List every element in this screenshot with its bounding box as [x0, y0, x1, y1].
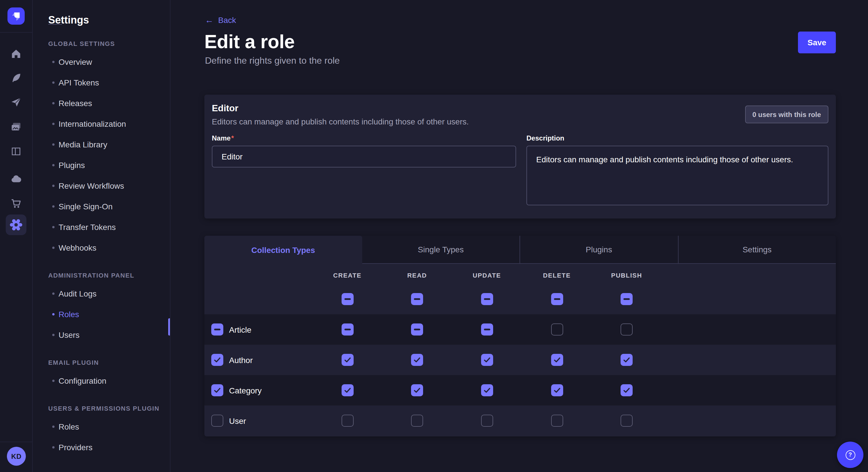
sidebar-item-review-workflows[interactable]: Review Workflows [33, 175, 170, 196]
app-root: KD Settings GLOBAL SETTINGSOverviewAPI T… [0, 0, 868, 472]
sidebar-item-media-library[interactable]: Media Library [33, 134, 170, 155]
nav-layout-icon[interactable] [6, 141, 26, 162]
tab-settings[interactable]: Settings [678, 236, 836, 264]
name-field-label: Name* [212, 134, 234, 142]
sidebar-section-list: RolesProviders [33, 416, 170, 458]
user-avatar[interactable]: KD [7, 447, 26, 466]
nav-cloud-icon[interactable] [6, 169, 26, 189]
role-name-heading: Editor [212, 103, 238, 113]
sidebar-item-providers[interactable]: Providers [33, 437, 170, 458]
rail-divider [0, 32, 33, 33]
nav-home-icon[interactable] [6, 43, 26, 64]
role-details-card: Editor Editors can manage and publish co… [205, 95, 836, 218]
checkbox-row-article[interactable] [211, 324, 223, 336]
sidebar-section-users-permissions-plugin: USERS & PERMISSIONS PLUGIN [33, 400, 170, 416]
sidebar-item-roles[interactable]: Roles [33, 304, 170, 325]
back-arrow-icon: ← [205, 16, 214, 24]
nav-rail: KD [0, 0, 33, 472]
checkbox-category-delete[interactable] [551, 384, 563, 396]
sidebar-title: Settings [33, 0, 170, 14]
sidebar-item-api-tokens[interactable]: API Tokens [33, 72, 170, 93]
users-with-role-button[interactable]: 0 users with this role [745, 105, 828, 123]
sidebar-active-indicator [168, 318, 170, 336]
sidebar-item-configuration[interactable]: Configuration [33, 370, 170, 391]
checkbox-article-delete[interactable] [551, 324, 563, 336]
checkbox-article-update[interactable] [481, 324, 493, 336]
row-label: Author [229, 355, 253, 365]
table-row-author: Author [205, 345, 836, 375]
sidebar-item-internationalization[interactable]: Internationalization [33, 113, 170, 134]
checkbox-header-update[interactable] [481, 293, 493, 305]
nav-feather-icon[interactable] [6, 68, 26, 88]
checkbox-author-create[interactable] [341, 354, 353, 366]
column-header-read: READ [407, 272, 427, 279]
sidebar-item-audit-logs[interactable]: Audit Logs [33, 283, 170, 304]
sidebar-item-webhooks[interactable]: Webhooks [33, 237, 170, 258]
column-header-publish: PUBLISH [611, 272, 642, 279]
nav-cart-icon[interactable] [6, 193, 26, 214]
permissions-header-row: CREATEREADUPDATEDELETEPUBLISH [205, 264, 836, 314]
role-description-text: Editors can manage and publish contents … [212, 117, 469, 126]
sidebar-item-transfer-tokens[interactable]: Transfer Tokens [33, 217, 170, 237]
help-button[interactable]: ? [837, 442, 863, 468]
checkbox-category-read[interactable] [411, 384, 423, 396]
checkbox-row-category[interactable] [211, 384, 223, 396]
sidebar-section-email-plugin: EMAIL PLUGIN [33, 355, 170, 370]
checkbox-header-publish[interactable] [621, 293, 632, 305]
checkbox-category-publish[interactable] [621, 384, 632, 396]
sidebar-item-plugins[interactable]: Plugins [33, 155, 170, 175]
sidebar-item-users[interactable]: Users [33, 325, 170, 345]
checkbox-article-create[interactable] [341, 324, 353, 336]
back-link[interactable]: ← Back [205, 15, 236, 25]
checkbox-row-author[interactable] [211, 354, 223, 366]
row-label: Category [229, 386, 262, 395]
sidebar-item-releases[interactable]: Releases [33, 93, 170, 113]
row-label: Article [229, 325, 251, 334]
nav-send-icon[interactable] [6, 92, 26, 112]
column-header-create: CREATE [333, 272, 361, 279]
table-row-user: User [205, 405, 836, 436]
checkbox-user-publish[interactable] [621, 415, 632, 427]
permissions-card: Collection TypesSingle TypesPluginsSetti… [205, 236, 836, 436]
checkbox-author-delete[interactable] [551, 354, 563, 366]
name-input[interactable] [212, 146, 516, 167]
checkbox-header-create[interactable] [341, 293, 353, 305]
checkbox-user-delete[interactable] [551, 415, 563, 427]
checkbox-article-read[interactable] [411, 324, 423, 336]
sidebar-section-administration-panel: ADMINISTRATION PANEL [33, 267, 170, 283]
strapi-logo-icon[interactable] [7, 7, 25, 25]
main-content: ← Back Edit a role Define the rights giv… [170, 0, 868, 472]
row-label: User [229, 416, 246, 425]
checkbox-category-create[interactable] [341, 384, 353, 396]
settings-sidebar: Settings GLOBAL SETTINGSOverviewAPI Toke… [33, 0, 170, 472]
permissions-tabs: Collection TypesSingle TypesPluginsSetti… [205, 236, 836, 264]
required-asterisk: * [231, 134, 234, 142]
sidebar-section-list: OverviewAPI TokensReleasesInternationali… [33, 52, 170, 258]
sidebar-section-list: Audit LogsRolesUsers [33, 283, 170, 345]
tab-collection-types[interactable]: Collection Types [205, 236, 362, 264]
checkbox-header-read[interactable] [411, 293, 423, 305]
checkbox-article-publish[interactable] [621, 324, 632, 336]
save-button[interactable]: Save [798, 32, 836, 53]
tab-single-types[interactable]: Single Types [362, 236, 520, 264]
checkbox-user-update[interactable] [481, 415, 493, 427]
checkbox-user-read[interactable] [411, 415, 423, 427]
page-subtitle: Define the rights given to the role [205, 56, 340, 66]
nav-gear-icon[interactable] [6, 214, 26, 235]
checkbox-header-delete[interactable] [551, 293, 563, 305]
checkbox-author-update[interactable] [481, 354, 493, 366]
checkbox-category-update[interactable] [481, 384, 493, 396]
tab-plugins[interactable]: Plugins [520, 236, 678, 264]
checkbox-author-read[interactable] [411, 354, 423, 366]
sidebar-item-single-sign-on[interactable]: Single Sign-On [33, 196, 170, 217]
description-textarea[interactable]: Editors can manage and publish contents … [526, 146, 828, 205]
checkbox-row-user[interactable] [211, 415, 223, 427]
checkbox-user-create[interactable] [341, 415, 353, 427]
permissions-table: CREATEREADUPDATEDELETEPUBLISH ArticleAut… [205, 264, 836, 436]
sidebar-item-overview[interactable]: Overview [33, 52, 170, 72]
table-row-article: Article [205, 314, 836, 345]
nav-media-icon[interactable] [6, 116, 26, 137]
checkbox-author-publish[interactable] [621, 354, 632, 366]
sidebar-item-roles[interactable]: Roles [33, 416, 170, 437]
rail-divider-bottom [0, 442, 33, 442]
